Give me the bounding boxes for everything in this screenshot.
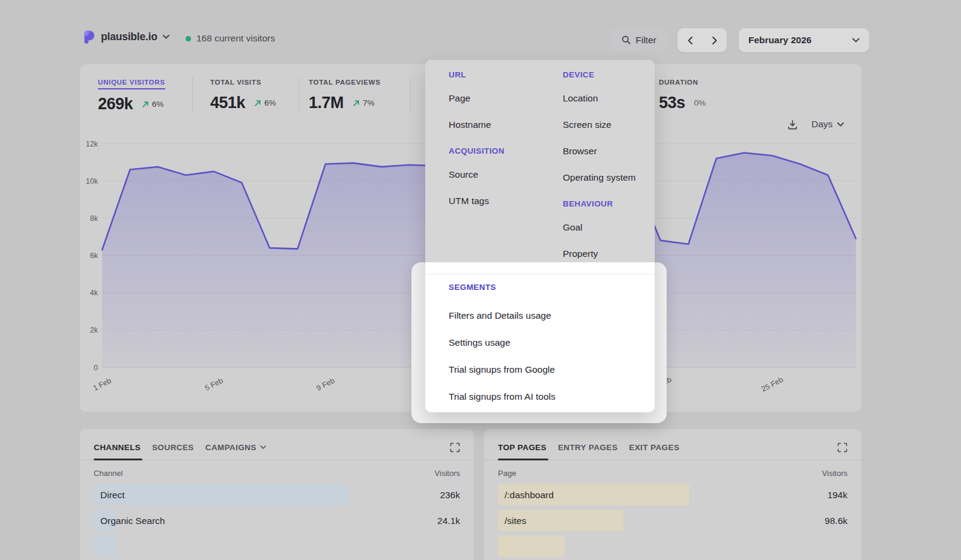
filter-section-header-url: URL — [449, 69, 554, 81]
row-label: Direct — [100, 482, 124, 508]
stat-change: 0% — [694, 98, 706, 107]
filter-menu-column-left: URLPageHostnameACQUISITIONSourceUTM tags — [449, 69, 554, 221]
period-nav — [678, 28, 727, 52]
next-period-button[interactable] — [702, 28, 727, 52]
tab-campaigns[interactable]: CAMPAIGNS — [205, 443, 266, 452]
table-row[interactable] — [94, 534, 460, 559]
arrow-up-right-icon — [142, 101, 149, 108]
table-header: ChannelVisitors — [80, 469, 474, 478]
filter-button[interactable]: Filter — [610, 28, 668, 52]
table-row[interactable]: Organic Search24.1k — [94, 508, 460, 534]
column-header-label: Page — [498, 469, 516, 478]
current-visitors[interactable]: 168 current visitors — [186, 33, 275, 44]
stat-change: 6% — [142, 100, 164, 109]
tabs-divider — [484, 460, 861, 460]
arrow-up-right-icon — [353, 100, 360, 107]
stat-value: 1.7M — [309, 94, 344, 112]
row-label: /:dashboard — [505, 482, 554, 508]
interval-control: Days — [787, 118, 847, 130]
date-picker-button[interactable]: February 2026 — [739, 28, 869, 52]
expand-button[interactable] — [450, 442, 460, 453]
segment-item-trial-signups-from-google[interactable]: Trial signups from Google — [449, 364, 655, 376]
filter-item-operating-system[interactable]: Operating system — [563, 172, 647, 184]
chevron-right-icon — [712, 37, 717, 44]
stat-duration[interactable]: DURATION53s0% — [659, 76, 706, 112]
site-name: plausible.io — [101, 31, 157, 43]
row-value: 236k — [440, 482, 460, 508]
chevron-down-icon — [837, 122, 844, 127]
row-bar — [94, 484, 348, 505]
filter-section-header-device: DEVICE — [563, 69, 647, 81]
download-icon[interactable] — [787, 119, 798, 130]
channels-card: CHANNELSSOURCESCAMPAIGNSChannelVisitorsD… — [80, 429, 474, 560]
chevron-down-icon — [163, 35, 169, 39]
tab-channels[interactable]: CHANNELS — [94, 443, 141, 452]
stat-unique-visitors[interactable]: UNIQUE VISITORS269k6% — [98, 76, 165, 113]
interval-dropdown[interactable]: Days — [808, 118, 847, 130]
prev-period-button[interactable] — [678, 28, 702, 52]
filter-button-label: Filter — [635, 35, 656, 46]
stat-value-row: 269k6% — [98, 95, 165, 113]
segment-item-trial-signups-from-ai-tools[interactable]: Trial signups from AI tools — [449, 391, 655, 403]
row-label: /sites — [505, 508, 526, 534]
table-row[interactable]: Direct236k — [94, 482, 460, 508]
filter-item-page[interactable]: Page — [449, 92, 554, 104]
y-axis-tick-label: 4k — [90, 289, 99, 297]
tab-exit-pages[interactable]: EXIT PAGES — [629, 443, 679, 452]
column-header-label: Channel — [94, 469, 123, 478]
filter-item-screen-size[interactable]: Screen size — [563, 119, 647, 131]
segment-item-filters-and-details-usage[interactable]: Filters and Details usage — [449, 310, 655, 322]
stat-change: 6% — [254, 98, 276, 107]
filter-item-browser[interactable]: Browser — [563, 145, 647, 157]
segments-divider — [425, 274, 655, 274]
current-visitors-label: 168 current visitors — [196, 33, 275, 44]
table-row[interactable] — [498, 534, 847, 559]
y-axis-tick-label: 12k — [86, 140, 99, 148]
date-picker-label: February 2026 — [748, 35, 811, 46]
stat-label[interactable]: TOTAL PAGEVIEWS — [309, 79, 381, 88]
expand-button[interactable] — [837, 442, 847, 453]
x-axis-tick-label: 9 Feb — [315, 376, 336, 393]
chevron-down-icon — [260, 445, 266, 450]
stat-change: 7% — [353, 98, 375, 107]
plausible-logo-icon — [83, 30, 95, 44]
filter-item-property[interactable]: Property — [563, 248, 647, 260]
filter-item-goal[interactable]: Goal — [563, 221, 647, 233]
table-row[interactable]: /:dashboard194k — [498, 482, 847, 508]
fullscreen-icon — [837, 442, 847, 453]
filter-item-location[interactable]: Location — [563, 92, 647, 104]
tab-entry-pages[interactable]: ENTRY PAGES — [558, 443, 617, 452]
stat-label[interactable]: UNIQUE VISITORS — [98, 79, 165, 89]
filter-item-utm-tags[interactable]: UTM tags — [449, 195, 554, 207]
filter-dropdown-menu: URLPageHostnameACQUISITIONSourceUTM tags… — [425, 60, 655, 412]
stat-value: 269k — [98, 95, 133, 113]
stat-label[interactable]: DURATION — [659, 79, 698, 88]
pages-card: TOP PAGESENTRY PAGESEXIT PAGESPageVisito… — [484, 429, 861, 560]
stat-value-row: 1.7M7% — [309, 94, 381, 112]
filter-menu-column-right: DEVICELocationScreen sizeBrowserOperatin… — [563, 69, 647, 274]
active-tab-underline — [94, 459, 142, 460]
column-header-visitors: Visitors — [435, 469, 460, 478]
stat-total-visits[interactable]: TOTAL VISITS451k6% — [210, 76, 276, 112]
search-icon — [622, 35, 631, 44]
tab-sources[interactable]: SOURCES — [152, 443, 194, 452]
row-bar — [498, 535, 565, 557]
stat-label[interactable]: TOTAL VISITS — [210, 79, 261, 88]
stats-divider — [299, 77, 299, 112]
row-value: 98.6k — [825, 508, 847, 534]
stat-value: 451k — [210, 94, 245, 112]
chevron-down-icon — [852, 38, 859, 43]
y-axis-tick-label: 2k — [90, 326, 99, 334]
tab-top-pages[interactable]: TOP PAGES — [498, 443, 547, 452]
filter-item-hostname[interactable]: Hostname — [449, 119, 554, 131]
segments-section: SEGMENTS Filters and Details usageSettin… — [425, 262, 655, 412]
table-row[interactable]: /sites98.6k — [498, 508, 847, 534]
table-header: PageVisitors — [484, 469, 861, 478]
segment-item-settings-usage[interactable]: Settings usage — [449, 337, 655, 349]
filter-section-header-acquisition: ACQUISITION — [449, 145, 554, 157]
site-picker[interactable]: plausible.io — [83, 30, 169, 44]
filter-item-source[interactable]: Source — [449, 169, 554, 181]
segments-list: Filters and Details usageSettings usageT… — [449, 310, 655, 403]
stat-total-pageviews[interactable]: TOTAL PAGEVIEWS1.7M7% — [309, 76, 381, 112]
breakdown-tabs: CHANNELSSOURCESCAMPAIGNS — [80, 429, 474, 453]
